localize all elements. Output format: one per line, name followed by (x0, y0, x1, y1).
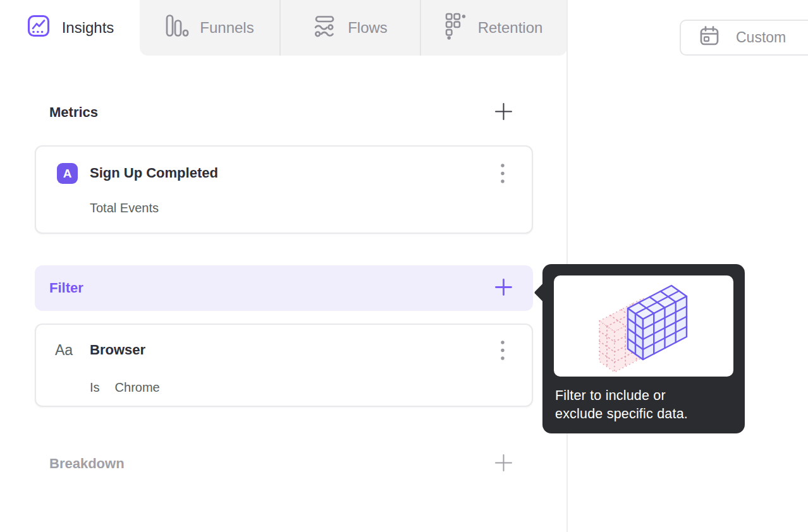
metric-options-button[interactable] (496, 163, 509, 186)
filter-tooltip: Filter to include or exclude specific da… (542, 264, 745, 433)
filter-options-button[interactable] (496, 340, 509, 363)
plus-icon (494, 102, 513, 123)
add-metric-button[interactable] (494, 103, 513, 122)
flows-stream-icon (312, 13, 337, 42)
tooltip-arrow (534, 282, 553, 302)
plus-icon (494, 278, 513, 298)
tab-funnels[interactable]: Funnels (140, 0, 279, 56)
filter-section-header: Filter (35, 265, 533, 311)
filter-card[interactable]: Aa Browser Is Chrome (35, 323, 533, 407)
tab-label: Funnels (200, 19, 254, 37)
insights-line-chart-icon (26, 13, 51, 42)
metrics-title: Metrics (49, 104, 98, 121)
date-range-custom-button[interactable]: Custom (680, 20, 808, 56)
filter-operator[interactable]: Is (90, 380, 100, 395)
filter-value[interactable]: Chrome (115, 380, 160, 395)
tab-label: Flows (348, 19, 388, 37)
date-range-label: Custom (736, 29, 786, 46)
breakdown-section-header: Breakdown (35, 447, 533, 480)
breakdown-title: Breakdown (49, 456, 125, 472)
filter-title: Filter (49, 280, 83, 296)
kebab-menu-icon (501, 340, 505, 363)
tab-insights[interactable]: Insights (0, 0, 140, 56)
tab-flows[interactable]: Flows (279, 0, 420, 56)
plus-icon (494, 454, 513, 474)
kebab-menu-icon (501, 163, 505, 186)
add-filter-button[interactable] (494, 279, 513, 298)
retention-dots-icon (444, 12, 467, 44)
add-breakdown-button[interactable] (494, 454, 513, 473)
insights-report-builder: Insights Funnels Flows (0, 0, 808, 532)
string-property-icon: Aa (55, 342, 73, 359)
filter-property-name: Browser (90, 342, 145, 358)
tab-retention[interactable]: Retention (420, 0, 567, 56)
tab-label: Insights (62, 19, 114, 37)
metric-aggregation[interactable]: Total Events (90, 201, 159, 215)
tab-label: Retention (478, 19, 543, 37)
isometric-cube-illustration (554, 275, 733, 377)
calendar-icon (698, 25, 721, 51)
metrics-section-header: Metrics (35, 100, 533, 125)
tooltip-illustration-panel (554, 275, 733, 377)
metric-event-name: Sign Up Completed (90, 165, 218, 181)
funnels-bars-icon (165, 13, 189, 42)
metric-card[interactable]: A Sign Up Completed Total Events (35, 145, 533, 234)
metric-series-badge: A (57, 163, 78, 184)
tooltip-text: Filter to include or exclude specific da… (555, 387, 707, 423)
